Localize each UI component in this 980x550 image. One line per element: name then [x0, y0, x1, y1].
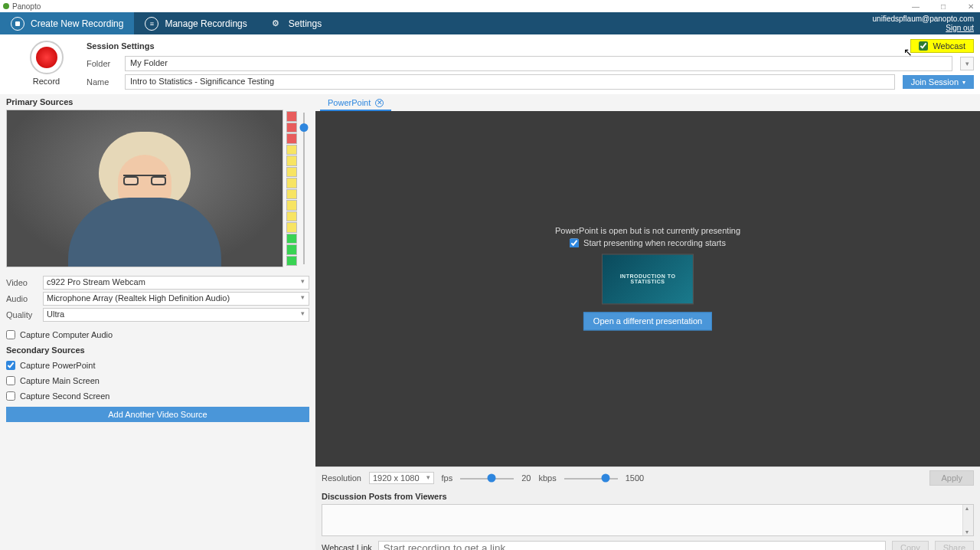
primary-sources-title: Primary Sources: [0, 94, 315, 110]
capture-computer-audio-checkbox[interactable]: [6, 330, 15, 339]
audio-select[interactable]: Microphone Array (Realtek High Definitio…: [43, 292, 309, 306]
webcam-preview: [6, 110, 283, 267]
open-different-presentation-button[interactable]: Open a different presentation: [583, 312, 712, 330]
share-button[interactable]: Share: [935, 541, 974, 550]
nav-settings-label: Settings: [289, 18, 322, 29]
add-video-source-button[interactable]: Add Another Video Source: [6, 407, 309, 422]
start-presenting-row[interactable]: Start presenting when recording starts: [555, 238, 740, 247]
kbps-value: 1500: [626, 473, 644, 483]
name-label: Name: [87, 77, 117, 87]
capture-computer-audio-row[interactable]: Capture Computer Audio: [0, 327, 315, 342]
nav-manage-label: Manage Recordings: [165, 18, 247, 29]
account-area: unifiedspflaum@panopto.com Sign out: [873, 15, 980, 33]
quality-label: Quality: [6, 310, 43, 319]
nav-create-label: Create New Recording: [31, 18, 123, 29]
slide-thumbnail: INTRODUCTION TO STATISTICS: [602, 254, 694, 304]
video-select[interactable]: c922 Pro Stream Webcam: [43, 276, 309, 290]
capture-second-screen-checkbox[interactable]: [6, 391, 15, 401]
webcast-toggle[interactable]: Webcast: [910, 39, 974, 53]
tab-powerpoint-label: PowerPoint: [328, 98, 371, 107]
record-column: Record: [6, 39, 87, 90]
webcast-link-row: Webcast Link Copy Share: [315, 539, 980, 550]
nav-manage-recordings[interactable]: Manage Recordings: [134, 12, 257, 34]
nav-settings[interactable]: Settings: [258, 12, 332, 34]
camera-icon: [11, 17, 24, 31]
signout-link[interactable]: Sign out: [873, 24, 974, 33]
capture-computer-audio-label: Capture Computer Audio: [20, 330, 113, 339]
capture-powerpoint-checkbox[interactable]: [6, 361, 15, 370]
window-title: Panopto: [12, 2, 41, 11]
account-email: unifiedspflaum@panopto.com: [873, 15, 974, 24]
minimize-button[interactable]: —: [910, 2, 922, 11]
powerpoint-stage: PowerPoint is open but is not currently …: [315, 111, 980, 467]
kbps-label: kbps: [538, 473, 556, 483]
discussion-scrollbar[interactable]: [962, 505, 973, 535]
record-label: Record: [6, 77, 87, 86]
mic-volume-slider[interactable]: [299, 110, 309, 267]
video-label: Video: [6, 278, 43, 287]
list-icon: [145, 17, 158, 31]
ppt-status-message: PowerPoint is open but is not currently …: [555, 226, 740, 235]
record-icon: [36, 47, 57, 68]
folder-label: Folder: [87, 59, 117, 68]
slide-thumbnail-title: INTRODUCTION TO STATISTICS: [603, 273, 693, 284]
capture-second-screen-row[interactable]: Capture Second Screen: [0, 388, 315, 404]
nav-create-recording[interactable]: Create New Recording: [0, 12, 134, 34]
capture-second-screen-label: Capture Second Screen: [20, 391, 109, 401]
window-title-bar: Panopto — □ ✕: [0, 0, 980, 12]
capture-main-screen-label: Capture Main Screen: [20, 376, 100, 385]
audio-level-meter: [286, 110, 297, 267]
join-session-button[interactable]: Join Session: [903, 75, 974, 89]
copy-button[interactable]: Copy: [892, 541, 929, 550]
left-panel: Primary Sources Videoc922 Pro Stream Web…: [0, 94, 315, 550]
fps-slider[interactable]: [460, 473, 514, 483]
name-input[interactable]: Intro to Statistics - Significance Testi…: [125, 74, 895, 90]
main-area: Primary Sources Videoc922 Pro Stream Web…: [0, 94, 980, 550]
capture-powerpoint-label: Capture PowerPoint: [20, 361, 95, 370]
discussion-box[interactable]: [322, 504, 974, 536]
encoder-bar: Resolution 1920 x 1080 fps 20 kbps 1500 …: [315, 467, 980, 489]
gear-icon: [269, 17, 283, 31]
quality-select[interactable]: Ultra: [43, 308, 309, 322]
fps-label: fps: [442, 473, 453, 483]
start-presenting-label: Start presenting when recording starts: [583, 238, 726, 247]
resolution-label: Resolution: [322, 473, 361, 483]
fps-value: 20: [521, 473, 531, 483]
capture-main-screen-row[interactable]: Capture Main Screen: [0, 373, 315, 388]
webcast-link-input[interactable]: [378, 541, 886, 550]
capture-main-screen-checkbox[interactable]: [6, 376, 15, 385]
webcast-checkbox[interactable]: [919, 41, 928, 51]
start-presenting-checkbox[interactable]: [570, 238, 579, 247]
window-controls: — □ ✕: [910, 2, 977, 11]
tab-powerpoint[interactable]: PowerPoint ✕: [320, 96, 391, 111]
kbps-slider[interactable]: [564, 473, 618, 483]
right-panel: PowerPoint ✕ PowerPoint is open but is n…: [315, 94, 980, 550]
audio-label: Audio: [6, 294, 43, 303]
folder-dropdown-button[interactable]: ▾: [960, 57, 974, 70]
capture-powerpoint-row[interactable]: Capture PowerPoint: [0, 358, 315, 373]
apply-button[interactable]: Apply: [929, 470, 974, 486]
folder-input[interactable]: My Folder: [125, 56, 952, 71]
tab-close-icon[interactable]: ✕: [375, 99, 384, 107]
top-nav: Create New Recording Manage Recordings S…: [0, 12, 980, 34]
content-tab-bar: PowerPoint ✕: [315, 94, 980, 111]
secondary-sources-title: Secondary Sources: [0, 342, 315, 358]
session-settings: Record Session Settings Webcast Folder M…: [0, 34, 980, 94]
resolution-select[interactable]: 1920 x 1080: [369, 472, 434, 484]
webcast-label: Webcast: [933, 41, 965, 51]
webcast-link-label: Webcast Link: [322, 543, 372, 550]
app-logo-icon: [3, 3, 9, 9]
session-settings-title: Session Settings: [87, 41, 155, 51]
webcam-preview-row: [0, 110, 315, 270]
discussion-title: Discussion Posts from Viewers: [315, 489, 980, 504]
close-button[interactable]: ✕: [965, 2, 977, 11]
maximize-button[interactable]: □: [937, 2, 949, 11]
record-button[interactable]: [30, 41, 64, 74]
